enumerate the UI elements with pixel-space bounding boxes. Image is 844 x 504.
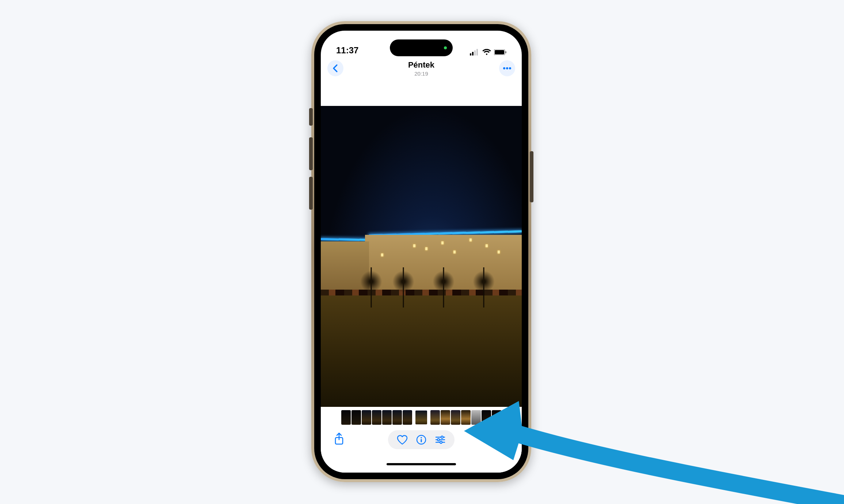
camera-active-dot <box>444 46 447 49</box>
svg-rect-13 <box>421 439 422 442</box>
svg-rect-1 <box>472 52 474 56</box>
photo-day-label: Péntek <box>408 60 434 70</box>
ellipsis-icon <box>503 67 512 70</box>
thumbnail[interactable] <box>482 410 491 425</box>
svg-rect-0 <box>470 53 471 56</box>
svg-point-8 <box>506 67 508 69</box>
phone-bezel: 11:37 <box>314 24 528 479</box>
svg-rect-5 <box>495 50 504 54</box>
photo-sky <box>321 106 522 241</box>
nav-spacer <box>321 80 522 106</box>
thumbnail[interactable] <box>392 410 402 425</box>
info-button[interactable] <box>416 434 427 445</box>
svg-point-19 <box>440 441 442 443</box>
thumbnail[interactable] <box>351 410 361 425</box>
back-button[interactable] <box>327 60 343 76</box>
photo-ground <box>321 295 522 407</box>
battery-icon <box>494 49 506 55</box>
home-indicator[interactable] <box>321 463 522 473</box>
thumbnail[interactable] <box>362 410 371 425</box>
bottom-toolbar <box>321 428 522 463</box>
photo-viewer[interactable] <box>321 106 522 407</box>
wifi-icon <box>482 49 491 56</box>
mute-switch[interactable] <box>309 108 313 126</box>
svg-point-18 <box>437 439 440 441</box>
status-indicators <box>470 49 506 56</box>
thumbnail[interactable] <box>382 410 392 425</box>
svg-rect-6 <box>505 51 506 53</box>
edit-button[interactable] <box>435 434 446 445</box>
more-button[interactable] <box>499 60 515 76</box>
screen: 11:37 <box>321 31 522 473</box>
svg-rect-3 <box>476 49 478 56</box>
favorite-button[interactable] <box>397 434 408 445</box>
thumbnail[interactable] <box>451 410 460 425</box>
status-time: 11:37 <box>336 45 358 56</box>
share-icon <box>334 432 344 446</box>
share-button[interactable] <box>330 430 348 448</box>
svg-point-17 <box>441 436 443 438</box>
svg-point-9 <box>509 67 511 69</box>
thumbnail[interactable] <box>341 410 351 425</box>
sliders-icon <box>435 435 445 444</box>
volume-up-button[interactable] <box>309 137 313 170</box>
thumbnail[interactable] <box>403 410 412 425</box>
thumbnail[interactable] <box>441 410 450 425</box>
thumbnail[interactable] <box>461 410 471 425</box>
thumbnail[interactable] <box>492 410 501 425</box>
thumbnail[interactable] <box>372 410 381 425</box>
chevron-left-icon <box>332 64 339 73</box>
nav-title-block: Péntek 20:19 <box>408 60 434 77</box>
thumbnail-strip[interactable] <box>321 407 522 428</box>
heart-icon <box>397 435 408 445</box>
power-button[interactable] <box>530 151 533 202</box>
photo-time-label: 20:19 <box>408 70 434 77</box>
thumbnail-selected[interactable] <box>415 410 427 425</box>
thumbnail[interactable] <box>471 410 481 425</box>
iphone-frame: 11:37 <box>311 21 531 482</box>
volume-down-button[interactable] <box>309 177 313 210</box>
svg-point-7 <box>503 67 505 69</box>
thumbnail[interactable] <box>430 410 440 425</box>
svg-point-12 <box>421 437 422 439</box>
nav-bar: Péntek 20:19 <box>321 57 522 80</box>
dynamic-island <box>390 39 453 56</box>
svg-rect-2 <box>474 50 476 56</box>
cellular-signal-icon <box>470 49 479 56</box>
info-circle-icon <box>416 435 426 445</box>
action-pill <box>388 430 455 449</box>
